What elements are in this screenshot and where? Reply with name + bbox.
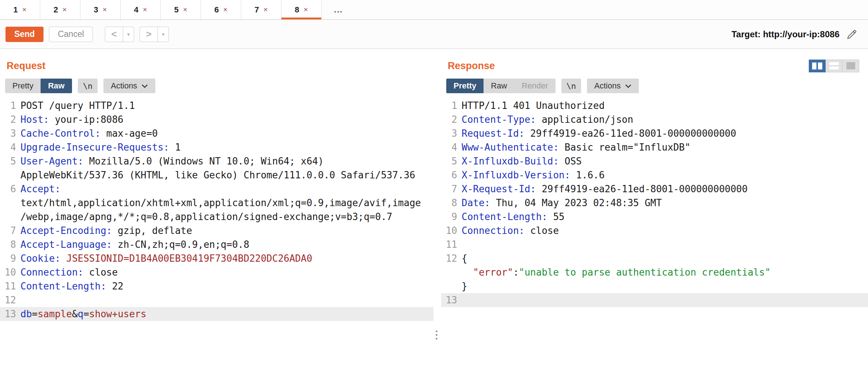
editor-line[interactable]: 8Accept-Language: zh-CN,zh;q=0.9,en;q=0.… [0, 238, 433, 251]
repeater-tab-2[interactable]: 2× [40, 0, 80, 19]
cancel-button[interactable]: Cancel [49, 27, 93, 42]
request-actions-dropdown[interactable]: Actions [103, 79, 155, 93]
editor-line[interactable]: 1HTTP/1.1 401 Unauthorized [441, 99, 868, 113]
line-content: db=sample&q=show+users [20, 307, 146, 321]
response-panel: Response Pretty Raw Render \n Actions [441, 49, 868, 375]
code-segment: User-Agent: [20, 156, 83, 167]
editor-line[interactable]: 6Accept: [0, 182, 433, 196]
editor-line[interactable]: "error":"unable to parse authentication … [441, 265, 868, 279]
chevron-down-icon [625, 84, 632, 88]
response-tab-raw[interactable]: Raw [484, 79, 514, 93]
history-back-group: < ▾ [105, 27, 134, 42]
request-tab-pretty[interactable]: Pretty [5, 79, 41, 93]
layout-rows-button[interactable] [826, 60, 842, 72]
tab-close-icon[interactable]: × [103, 5, 107, 14]
line-content: AppleWebKit/537.36 (KHTML, like Gecko) C… [20, 168, 415, 182]
line-number: 9 [0, 251, 16, 265]
editor-line[interactable]: 11Content-Length: 22 [0, 279, 433, 293]
edit-target-button[interactable] [846, 29, 858, 40]
editor-line[interactable]: 4Upgrade-Insecure-Requests: 1 [0, 140, 433, 154]
repeater-tab-5[interactable]: 5× [161, 0, 201, 19]
layout-columns-button[interactable] [809, 60, 826, 72]
code-segment: & [72, 308, 78, 319]
history-back-dropdown[interactable]: ▾ [123, 27, 134, 42]
target-value: http://your-ip:8086 [763, 29, 839, 39]
request-newline-toggle[interactable]: \n [78, 79, 98, 93]
code-segment: show+users [89, 308, 147, 319]
editor-line[interactable]: 4Www-Authenticate: Basic realm="InfluxDB… [441, 140, 868, 154]
tab-label: 5 [174, 5, 179, 15]
repeater-tab-6[interactable]: 6× [201, 0, 241, 19]
editor-line[interactable]: 3Request-Id: 29ff4919-ea26-11ed-8001-000… [441, 126, 868, 140]
send-button[interactable]: Send [5, 27, 43, 42]
history-back-button[interactable]: < [105, 27, 123, 42]
line-number [441, 279, 457, 293]
code-segment: Content-Length: [20, 281, 106, 292]
repeater-tab-1[interactable]: 1× [0, 0, 40, 19]
editor-line[interactable]: text/html,application/xhtml+xml,applicat… [0, 196, 433, 210]
editor-line[interactable]: 7Accept-Encoding: gzip, deflate [0, 224, 433, 238]
repeater-tab-3[interactable]: 3× [80, 0, 121, 19]
request-tab-raw[interactable]: Raw [41, 79, 72, 93]
editor-line[interactable]: 5User-Agent: Mozilla/5.0 (Windows NT 10.… [0, 154, 433, 168]
tab-close-icon[interactable]: × [22, 5, 27, 14]
code-segment: { [462, 253, 467, 264]
editor-line[interactable]: 8Date: Thu, 04 May 2023 02:48:35 GMT [441, 196, 868, 210]
editor-line[interactable]: 7X-Request-Id: 29ff4919-ea26-11ed-8001-0… [441, 182, 868, 196]
splitter-handle-icon [436, 330, 437, 340]
tab-close-icon[interactable]: × [183, 5, 187, 14]
response-view-tabs: Pretty Raw Render \n Actions [441, 73, 868, 94]
code-segment: zh-CN,zh;q=0.9,en;q=0.8 [112, 239, 249, 250]
line-content: Connection: close [462, 224, 559, 238]
tab-close-icon[interactable]: × [304, 5, 308, 14]
editor-line[interactable]: 12{ [441, 251, 868, 265]
line-number: 4 [441, 140, 457, 154]
code-segment: Basic realm="InfluxDB" [559, 142, 690, 153]
code-segment: Thu, 04 May 2023 02:48:35 GMT [490, 197, 662, 208]
repeater-tab-7[interactable]: 7× [241, 0, 281, 19]
tabs-overflow[interactable]: ... [322, 0, 355, 19]
editor-line[interactable]: AppleWebKit/537.36 (KHTML, like Gecko) C… [0, 168, 433, 182]
tab-label: 3 [94, 5, 98, 15]
panel-splitter[interactable] [433, 49, 441, 375]
editor-line[interactable]: 3Cache-Control: max-age=0 [0, 126, 433, 140]
editor-line[interactable]: 1POST /query HTTP/1.1 [0, 99, 433, 113]
repeater-tab-8[interactable]: 8× [281, 0, 322, 19]
repeater-tab-4[interactable]: 4× [121, 0, 161, 19]
editor-line[interactable]: 6X-Influxdb-Version: 1.6.6 [441, 168, 868, 182]
code-segment: sample [38, 308, 72, 319]
tab-close-icon[interactable]: × [143, 5, 147, 14]
layout-single-button[interactable] [842, 60, 859, 72]
editor-line[interactable]: 9Content-Length: 55 [441, 210, 868, 224]
editor-line[interactable]: 10Connection: close [0, 265, 433, 279]
tab-close-icon[interactable]: × [264, 5, 268, 14]
editor-line[interactable]: 12 [0, 293, 433, 307]
response-newline-toggle[interactable]: \n [561, 79, 581, 93]
editor-line[interactable]: 11 [441, 238, 868, 251]
tab-close-icon[interactable]: × [223, 5, 228, 14]
editor-line[interactable]: 2Content-Type: application/json [441, 113, 868, 126]
editor-line[interactable]: 5X-Influxdb-Build: OSS [441, 154, 868, 168]
editor-line[interactable]: 13 [441, 293, 868, 307]
editor-line[interactable]: 9Cookie: JSESSIONID=D1B4A00EB30419F7304B… [0, 251, 433, 265]
history-forward-button[interactable]: > [140, 27, 158, 42]
code-segment: gzip, deflate [112, 225, 192, 236]
line-number: 7 [0, 224, 16, 238]
editor-line[interactable]: 10Connection: close [441, 224, 868, 238]
line-content: X-Request-Id: 29ff4919-ea26-11ed-8001-00… [462, 182, 748, 196]
response-tab-pretty[interactable]: Pretty [446, 79, 484, 93]
code-segment: POST /query HTTP/1.1 [20, 100, 135, 111]
history-forward-dropdown[interactable]: ▾ [158, 27, 168, 42]
editor-line[interactable]: 2Host: your-ip:8086 [0, 113, 433, 126]
editor-line[interactable]: } [441, 279, 868, 293]
line-content: Www-Authenticate: Basic realm="InfluxDB" [462, 140, 690, 154]
tab-close-icon[interactable]: × [62, 5, 67, 14]
request-editor[interactable]: 1POST /query HTTP/1.12Host: your-ip:8086… [0, 99, 433, 375]
code-segment: max-age=0 [101, 128, 158, 139]
code-segment: Host: [20, 114, 49, 125]
editor-line[interactable]: /webp,image/apng,*/*;q=0.8,application/s… [0, 210, 433, 224]
response-actions-dropdown[interactable]: Actions [587, 79, 639, 93]
editor-line[interactable]: 13db=sample&q=show+users [0, 307, 433, 321]
response-editor[interactable]: 1HTTP/1.1 401 Unauthorized2Content-Type:… [441, 99, 868, 375]
line-number [0, 196, 16, 210]
